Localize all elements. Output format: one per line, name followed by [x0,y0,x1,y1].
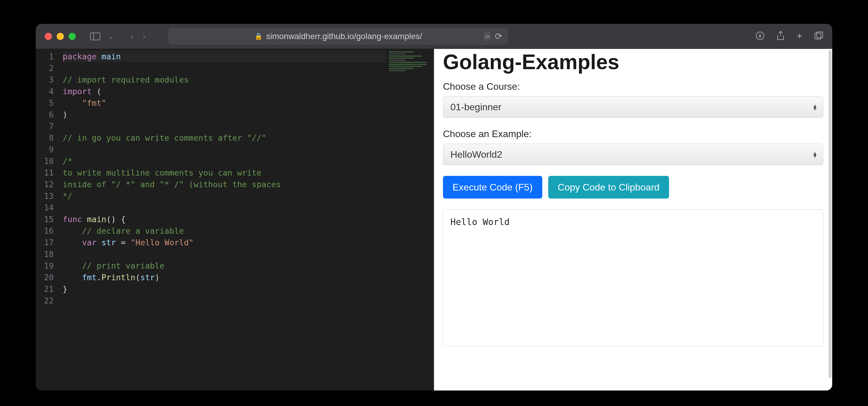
code-line[interactable]: // declare a variable [63,225,386,237]
svg-rect-0 [90,33,100,40]
line-number: 15 [36,213,54,225]
code-line[interactable] [63,121,386,132]
url-bar[interactable]: 🔒 simonwaldherr.github.io/golang-example… [168,28,508,45]
page-title: Golang-Examples [443,50,823,74]
code-line[interactable]: import ( [63,86,386,97]
code-editor-pane[interactable]: 12345678910111213141516171819202122 pack… [36,49,434,391]
code-line[interactable]: // print variable [63,260,386,272]
titlebar: ⌄ ‹ › 🔒 simonwaldherr.github.io/golang-e… [36,24,832,49]
chevron-down-icon[interactable]: ⌄ [108,33,114,40]
copy-button[interactable]: Copy Code to Clipboard [548,176,669,199]
url-text: simonwaldherr.github.io/golang-examples/ [266,32,422,41]
course-select[interactable]: 01-beginner ▴▾ [443,96,823,118]
toolbar-right: + [755,31,823,42]
line-number: 16 [36,225,54,237]
minimap[interactable] [386,49,434,391]
line-number: 13 [36,190,54,202]
control-panel: Golang-Examples Choose a Course: 01-begi… [434,49,832,391]
line-number: 5 [36,97,54,109]
new-tab-button[interactable]: + [797,31,802,42]
code-line[interactable]: fmt.Println(str) [63,272,386,283]
line-number: 19 [36,260,54,272]
close-window-button[interactable] [45,33,52,40]
nav-arrows: ‹ › [130,31,146,42]
code-line[interactable]: "fmt" [63,97,386,109]
select-arrows-icon: ▴▾ [813,104,816,110]
line-number: 11 [36,167,54,178]
line-number: 14 [36,202,54,213]
forward-button[interactable]: › [143,31,146,42]
code-line[interactable]: ) [63,109,386,121]
code-line[interactable]: func main() { [63,213,386,225]
reader-icon[interactable]: 🀙 [484,32,490,41]
code-line[interactable]: } [63,283,386,295]
share-icon[interactable] [776,31,785,42]
select-arrows-icon: ▴▾ [813,151,816,158]
example-select-value: HelloWorld2 [451,149,502,160]
code-line[interactable]: package main [63,51,386,62]
code-line[interactable] [63,295,386,306]
code-line[interactable] [63,248,386,260]
line-number: 18 [36,248,54,260]
downloads-icon[interactable] [755,31,765,41]
back-button[interactable]: ‹ [130,31,134,42]
browser-window: ⌄ ‹ › 🔒 simonwaldherr.github.io/golang-e… [36,24,832,391]
code-line[interactable] [63,202,386,213]
minimize-window-button[interactable] [57,33,64,40]
course-select-value: 01-beginner [451,102,501,113]
code-line[interactable]: inside of "/ *" and "* /" (without the s… [63,178,386,190]
line-number: 7 [36,121,54,132]
code-line[interactable] [63,62,386,74]
code-line[interactable]: /* [63,155,386,167]
line-number: 4 [36,86,54,97]
reload-button[interactable]: ⟳ [495,31,502,41]
line-number: 3 [36,74,54,86]
line-number: 12 [36,178,54,190]
line-number: 22 [36,295,54,306]
tabs-overview-icon[interactable] [814,31,823,41]
content: 12345678910111213141516171819202122 pack… [36,49,832,391]
line-number: 17 [36,237,54,248]
code-line[interactable]: to write multiline comments you can writ… [63,167,386,178]
line-gutter: 12345678910111213141516171819202122 [36,49,63,391]
scrollbar[interactable] [829,50,832,378]
line-number: 20 [36,272,54,283]
lock-icon: 🔒 [254,33,262,40]
maximize-window-button[interactable] [69,33,76,40]
example-label: Choose an Example: [443,129,823,139]
course-label: Choose a Course: [443,81,823,92]
line-number: 10 [36,155,54,167]
line-number: 1 [36,51,54,62]
line-number: 8 [36,132,54,144]
line-number: 6 [36,109,54,121]
code-line[interactable]: */ [63,190,386,202]
code-area[interactable]: package main // import required modulesi… [63,49,386,391]
line-number: 2 [36,62,54,74]
code-line[interactable]: // import required modules [63,74,386,86]
line-number: 9 [36,144,54,155]
button-row: Execute Code (F5) Copy Code to Clipboard [443,176,823,199]
output-area[interactable]: Hello World [443,209,823,346]
line-number: 21 [36,283,54,295]
code-line[interactable]: // in go you can write comments after "/… [63,132,386,144]
execute-button[interactable]: Execute Code (F5) [443,176,542,199]
code-line[interactable] [63,144,386,155]
traffic-lights [45,33,76,40]
code-line[interactable]: var str = "Hello World" [63,237,386,248]
example-select[interactable]: HelloWorld2 ▴▾ [443,144,823,165]
sidebar-toggle-button[interactable] [90,32,101,41]
